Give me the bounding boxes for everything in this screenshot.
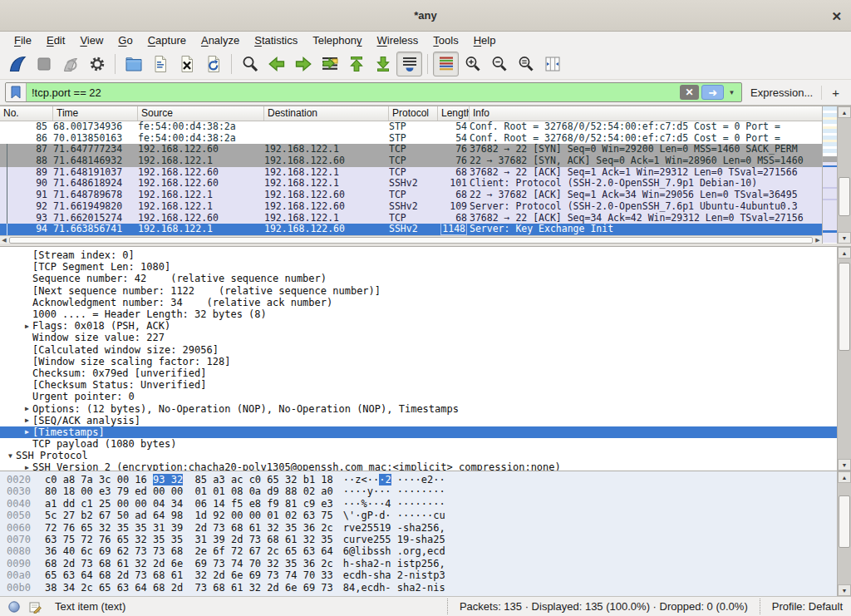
packet-row-88[interactable]: 8871.648146932192.168.122.1192.168.122.6… (0, 155, 822, 167)
start-capture-button[interactable] (4, 52, 30, 76)
detail-line[interactable]: Window size value: 227 (0, 332, 837, 343)
scroll-right-icon[interactable]: ▶ (814, 236, 822, 244)
close-file-button[interactable] (174, 52, 199, 76)
details-scroll-up-icon[interactable]: ▲ (838, 247, 851, 259)
expert-info-icon[interactable] (8, 601, 20, 613)
expanded-arrow-icon[interactable]: ▼ (5, 452, 16, 460)
menu-telephony[interactable]: Telephony (305, 32, 369, 49)
detail-line[interactable]: Sequence number: 42 (relative sequence n… (0, 273, 837, 284)
detail-line[interactable]: Acknowledgment number: 34 (relative ack … (0, 297, 837, 308)
auto-scroll-button[interactable] (396, 52, 422, 76)
filter-clear-button[interactable]: ✕ (680, 85, 699, 100)
bytes-vscrollbar[interactable]: ▲ ▼ (837, 471, 851, 596)
zoom-in-button[interactable] (460, 52, 485, 76)
details-vscroll-thumb[interactable] (839, 263, 850, 351)
detail-line[interactable]: Urgent pointer: 0 (0, 391, 837, 402)
capture-comment-icon[interactable] (28, 600, 42, 614)
go-back-button[interactable] (263, 52, 289, 76)
menu-go[interactable]: Go (111, 32, 140, 49)
close-button[interactable]: ✕ (831, 9, 842, 22)
detail-line[interactable]: ▶Options: (12 bytes), No-Operation (NOP)… (0, 402, 837, 414)
hex-row-0030[interactable]: 003080 18 00 e3 79 ed 00 00 01 01 08 0a … (7, 485, 837, 497)
menu-wireless[interactable]: Wireless (370, 32, 426, 49)
column-header-protocol[interactable]: Protocol (389, 106, 438, 121)
resize-columns-button[interactable] (539, 52, 565, 76)
packet-row-89[interactable]: 8971.648191037192.168.122.60192.168.122.… (0, 167, 822, 179)
menu-file[interactable]: File (7, 32, 39, 49)
colorize-button[interactable] (433, 52, 459, 76)
save-file-button[interactable] (147, 52, 173, 76)
filter-bookmark-button[interactable] (6, 83, 27, 101)
packet-list-minimap[interactable] (822, 106, 837, 244)
packet-row-94[interactable]: 9471.663856741192.168.122.1192.168.122.6… (0, 224, 822, 235)
find-packet-button[interactable] (237, 52, 263, 76)
filter-apply-button[interactable]: ➜ (701, 85, 724, 100)
display-filter-input[interactable] (27, 86, 680, 99)
menu-capture[interactable]: Capture (140, 32, 194, 49)
detail-line[interactable]: [Window size scaling factor: 128] (0, 356, 837, 367)
vscroll-thumb[interactable] (839, 177, 850, 216)
hex-row-0040[interactable]: 0040a1 dd c1 25 00 00 04 34 06 14 f5 e8 … (7, 498, 837, 510)
restart-capture-button[interactable] (57, 52, 83, 76)
menu-tools[interactable]: Tools (426, 32, 465, 49)
reload-file-button[interactable] (200, 52, 226, 76)
detail-line[interactable]: ▶SSH Version 2 (encryption:chacha20-poly… (0, 461, 837, 471)
hex-row-0090[interactable]: 009068 2d 73 68 61 32 2d 6e 69 73 74 70 … (7, 558, 837, 569)
detail-line[interactable]: 1000 .... = Header Length: 32 bytes (8) (0, 308, 837, 320)
detail-line[interactable]: [Calculated window size: 29056] (0, 344, 837, 356)
bytes-scroll-down-icon[interactable]: ▼ (838, 584, 851, 596)
detail-line[interactable]: ▶[SEQ/ACK analysis] (0, 415, 837, 426)
hex-row-0070[interactable]: 007063 75 72 76 65 32 35 35 31 39 2d 73 … (7, 534, 837, 545)
column-header-source[interactable]: Source (138, 106, 264, 121)
column-header-no[interactable]: No. (0, 106, 53, 121)
packet-row-85[interactable]: 8568.001734936fe:54:00:d4:38:2aSTP54Conf… (0, 121, 822, 133)
status-profile[interactable]: Profile: Default (760, 599, 843, 614)
collapsed-arrow-icon[interactable]: ▶ (22, 405, 32, 412)
packet-list-hscrollbar[interactable]: ◀ ▶ (0, 235, 822, 244)
detail-line[interactable]: [TCP Segment Len: 1080] (0, 261, 837, 273)
hex-row-00b0[interactable]: 00b038 34 2c 65 63 64 68 2d 73 68 61 32 … (7, 582, 837, 594)
packet-row-93[interactable]: 9371.662015274192.168.122.60192.168.122.… (0, 213, 822, 224)
column-header-length[interactable]: Length (438, 106, 470, 121)
detail-line[interactable]: [Next sequence number: 1122 (relative se… (0, 285, 837, 297)
hex-row-0060[interactable]: 006072 76 65 32 35 35 31 39 2d 73 68 61 … (7, 522, 837, 534)
collapsed-arrow-icon[interactable]: ▶ (22, 323, 32, 330)
packet-row-87[interactable]: 8771.647777234192.168.122.60192.168.122.… (0, 144, 822, 155)
packet-list-vscrollbar[interactable]: ▲ ▼ (837, 106, 851, 244)
detail-line[interactable]: [Stream index: 0] (0, 249, 837, 261)
filter-history-dropdown[interactable]: ▼ (726, 85, 738, 100)
packet-row-91[interactable]: 9171.648789678192.168.122.1192.168.122.6… (0, 190, 822, 201)
collapsed-arrow-icon[interactable]: ▶ (22, 464, 32, 471)
add-filter-button[interactable]: + (821, 86, 846, 100)
detail-line[interactable]: [Checksum Status: Unverified] (0, 379, 837, 391)
go-to-packet-button[interactable] (317, 52, 342, 76)
go-first-button[interactable] (343, 52, 369, 76)
bytes-vscroll-thumb[interactable] (839, 495, 850, 548)
detail-line[interactable]: TCP payload (1080 bytes) (0, 438, 837, 450)
zoom-reset-button[interactable] (513, 52, 539, 76)
column-header-info[interactable]: Info (470, 106, 822, 121)
detail-line[interactable]: ▶[Timestamps] (0, 426, 837, 438)
scroll-up-icon[interactable]: ▲ (838, 106, 851, 118)
menu-edit[interactable]: Edit (39, 32, 72, 49)
menu-view[interactable]: View (72, 32, 111, 49)
capture-options-button[interactable] (84, 52, 110, 76)
details-vscrollbar[interactable]: ▲ ▼ (837, 247, 851, 471)
scroll-left-icon[interactable]: ◀ (0, 236, 8, 244)
packet-row-90[interactable]: 9071.648618924192.168.122.60192.168.122.… (0, 178, 822, 190)
go-forward-button[interactable] (290, 52, 316, 76)
detail-line[interactable]: Checksum: 0x79ed [unverified] (0, 367, 837, 379)
hex-row-0080[interactable]: 008036 40 6c 69 62 73 73 68 2e 6f 72 67 … (7, 545, 837, 557)
detail-line[interactable]: ▼SSH Protocol (0, 450, 837, 461)
details-scroll-down-icon[interactable]: ▼ (838, 459, 851, 471)
display-filter-field[interactable]: ✕ ➜ ▼ (5, 82, 742, 102)
menu-statistics[interactable]: Statistics (247, 32, 305, 49)
open-file-button[interactable] (121, 52, 146, 76)
column-header-time[interactable]: Time (53, 106, 138, 121)
collapsed-arrow-icon[interactable]: ▶ (22, 428, 32, 436)
scroll-down-icon[interactable]: ▼ (838, 232, 851, 244)
detail-line[interactable]: ▶Flags: 0x018 (PSH, ACK) (0, 320, 837, 332)
packet-row-86[interactable]: 8670.013850163fe:54:00:d4:38:2aSTP54Conf… (0, 133, 822, 145)
menu-analyze[interactable]: Analyze (194, 32, 247, 49)
hex-row-0050[interactable]: 00505c 27 b2 67 50 ad 64 98 1d 92 00 00 … (7, 510, 837, 521)
